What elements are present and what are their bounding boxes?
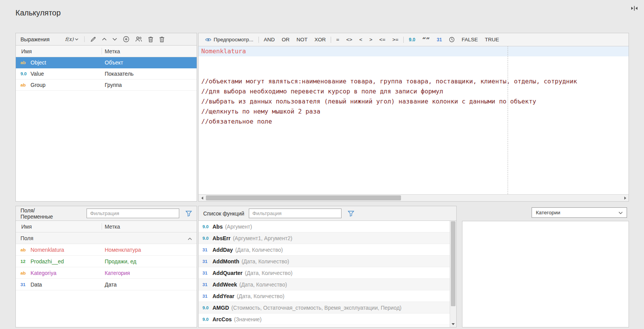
expression-label: Объект [102, 59, 197, 66]
function-item-addquarter[interactable]: 31 AddQuarter (Дата, Количество) [199, 267, 450, 279]
fields-filter-button[interactable] [185, 210, 192, 217]
trash-clear-icon [159, 36, 165, 42]
function-item-arccos[interactable]: 9.0 ArcCos (Значение) [199, 314, 450, 325]
function-name: AddQuarter [212, 270, 243, 276]
column-divider [102, 223, 102, 230]
field-label: Номенклатура [102, 247, 197, 253]
operator-less-equal-button[interactable]: <= [376, 37, 389, 42]
function-name: AddMonth [212, 258, 239, 265]
edit-expression-button[interactable] [90, 36, 96, 42]
insert-number-button[interactable]: 9.0 [405, 37, 419, 42]
function-args: (Значение) [234, 316, 262, 322]
expression-name: Object [31, 59, 46, 66]
type-text-icon: ab [20, 83, 31, 87]
function-item-addweek[interactable]: 31 AddWeek (Дата, Количество) [199, 279, 450, 290]
insert-string-button[interactable]: “” [419, 38, 433, 42]
type-date-icon: 31 [202, 271, 212, 275]
function-name: AMGD [212, 305, 229, 311]
expression-label: Группа [102, 82, 197, 88]
triangle-left-icon [201, 197, 203, 200]
functions-scrollbar[interactable] [450, 221, 456, 327]
field-name: Data [31, 282, 42, 288]
type-date-icon: 31 [20, 282, 31, 287]
chevron-up-icon [102, 38, 107, 41]
scroll-left-button[interactable] [199, 195, 206, 201]
expression-name: Group [31, 82, 46, 88]
expressions-header: Выражения f(x) [16, 33, 197, 46]
type-number-icon: 9.0 [20, 71, 31, 76]
insert-true-button[interactable]: TRUE [481, 37, 503, 42]
function-name: AddWeek [212, 282, 237, 288]
insert-false-button[interactable]: FALSE [458, 37, 481, 42]
insert-time-button[interactable] [445, 37, 458, 42]
users-icon [135, 36, 142, 42]
fields-group-row[interactable]: Поля [16, 232, 197, 244]
function-item-amgd[interactable]: 9.0 AMGD (Стоимость, Остаточная_стоимост… [199, 302, 450, 314]
functions-list: 9.0 Abs (Аргумент) 9.0 AbsErr (Аргумент1… [199, 221, 456, 327]
fields-header: Поля/Переменные [16, 206, 197, 221]
scroll-right-button[interactable] [622, 195, 629, 201]
move-up-button[interactable] [102, 38, 107, 41]
insert-date-button[interactable]: 31 [433, 37, 445, 42]
comment-line: //выбрать из данных пользователя (левый … [199, 97, 629, 107]
fields-title: Поля/Переменные [20, 207, 67, 220]
function-item-abserr[interactable]: 9.0 AbsErr (Аргумент1, Аргумент2) [199, 232, 450, 244]
group-expressions-button[interactable] [135, 36, 142, 42]
function-args: (Дата, Количество) [245, 270, 292, 276]
operator-or-button[interactable]: OR [278, 37, 293, 42]
pencil-icon [90, 36, 96, 42]
collapse-panels-button[interactable] [630, 5, 639, 13]
functions-filter-input[interactable] [249, 209, 342, 218]
fx-menu-button[interactable]: f(x) [65, 36, 78, 42]
move-down-button[interactable] [112, 38, 117, 41]
funnel-icon [185, 210, 192, 217]
type-date-icon: 31 [202, 259, 212, 264]
triangle-right-icon [624, 197, 626, 200]
group-label: Поля [20, 235, 33, 241]
expression-row-group[interactable]: ab Group Группа [16, 80, 197, 91]
formula-editor[interactable]: Nomenklatura //объектами могут являться:… [199, 46, 629, 194]
function-name: AddYear [212, 293, 234, 299]
category-selected-value: Категории [536, 210, 560, 215]
editor-horizontal-scrollbar[interactable] [199, 194, 629, 201]
fields-filter-input[interactable] [87, 209, 179, 218]
operator-not-equals-button[interactable]: <> [343, 37, 356, 42]
function-item-abs[interactable]: 9.0 Abs (Аргумент) [199, 221, 450, 232]
operator-xor-button[interactable]: XOR [311, 37, 329, 42]
scroll-down-button[interactable] [450, 321, 456, 327]
function-name: ArcCos [212, 316, 232, 322]
field-row-nomenklatura[interactable]: ab Nomenklatura Номенклатура [16, 244, 197, 256]
category-select[interactable]: Категории [532, 207, 627, 218]
comment-line: //обязательное поле [199, 117, 629, 127]
code-line [199, 56, 629, 66]
type-date-icon: 31 [202, 248, 212, 252]
collapse-group-button[interactable] [188, 235, 192, 241]
clear-expressions-button[interactable] [159, 36, 165, 42]
comment-line: //объектами могут являться:наименование … [199, 76, 629, 86]
field-row-data[interactable]: 31 Data Дата [16, 279, 197, 290]
type-number-icon: 9.0 [202, 236, 212, 241]
operator-not-button[interactable]: NOT [293, 37, 311, 42]
function-item-addday[interactable]: 31 AddDay (Дата, Количество) [199, 244, 450, 256]
delete-expression-button[interactable] [148, 36, 153, 42]
function-item-addmonth[interactable]: 31 AddMonth (Дата, Количество) [199, 256, 450, 267]
expression-name: Value [31, 71, 44, 77]
operator-greater-button[interactable]: > [366, 37, 376, 42]
vertical-scrollbar-thumb[interactable] [451, 221, 455, 306]
preview-button[interactable]: Предпросмотр... [202, 37, 257, 42]
operator-and-button[interactable]: AND [260, 37, 279, 42]
field-row-prodazhi[interactable]: 12 Prodazhi__ed Продажи, ед [16, 256, 197, 267]
expression-row-value[interactable]: 9.0 Value Показатель [16, 68, 197, 80]
function-name: Abs [212, 224, 223, 230]
field-row-kategoriya[interactable]: ab Kategoriya Категория [16, 267, 197, 279]
add-expression-button[interactable] [123, 36, 129, 42]
expression-row-object[interactable]: ab Object Объект [16, 57, 197, 68]
function-item-addyear[interactable]: 31 AddYear (Дата, Количество) [199, 290, 450, 302]
operator-less-button[interactable]: < [356, 37, 366, 42]
function-args: (Стоимость, Остаточная_стоимость, Время_… [231, 305, 401, 311]
field-name: Prodazhi__ed [31, 258, 64, 265]
functions-filter-button[interactable] [348, 210, 354, 217]
operator-equals-button[interactable]: = [333, 37, 343, 42]
operator-greater-equal-button[interactable]: >= [389, 37, 402, 42]
horizontal-scrollbar-thumb[interactable] [206, 195, 401, 200]
